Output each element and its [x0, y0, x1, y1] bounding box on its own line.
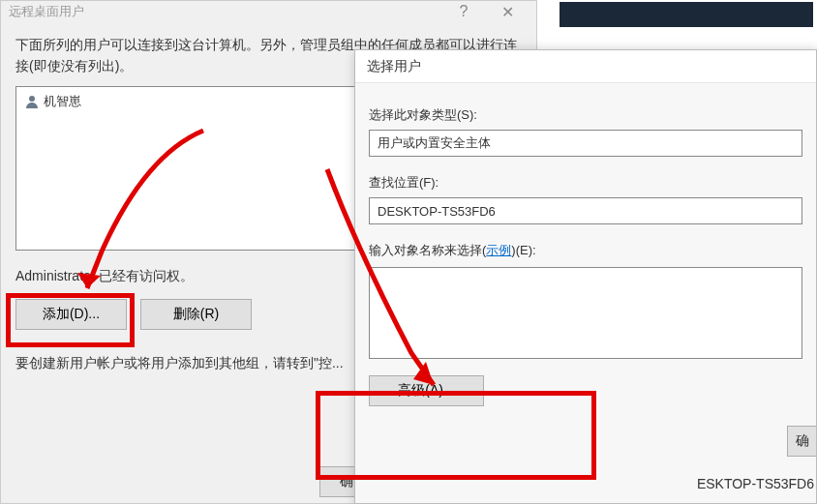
location-field[interactable]: DESKTOP-TS53FD6	[369, 197, 802, 224]
left-titlebar: 远程桌面用户 ? ✕	[1, 1, 536, 22]
object-type-label: 选择此对象类型(S):	[369, 106, 802, 124]
close-icon[interactable]: ✕	[493, 3, 522, 21]
right-titlebar: 选择用户	[355, 50, 816, 83]
user-icon	[24, 94, 40, 109]
help-icon[interactable]: ?	[449, 3, 478, 20]
left-title: 远程桌面用户	[9, 3, 84, 20]
user-name: 机智崽	[44, 93, 81, 110]
location-label: 查找位置(F):	[369, 174, 802, 192]
object-names-label: 输入对象名称来选择(示例)(E):	[369, 242, 802, 259]
annotation-box-advanced	[316, 391, 596, 480]
object-names-input[interactable]	[369, 267, 802, 359]
annotation-box-add	[6, 293, 135, 347]
svg-point-0	[29, 96, 35, 102]
remove-button[interactable]: 删除(R)	[140, 299, 252, 330]
example-link[interactable]: 示例	[486, 243, 511, 257]
ok-button-right[interactable]: 确	[787, 426, 816, 457]
hostname-tail-text: ESKTOP-TS53FD6	[697, 476, 814, 491]
object-type-field[interactable]: 用户或内置安全主体	[369, 130, 802, 157]
right-title: 选择用户	[367, 58, 421, 75]
background-dark-strip	[560, 2, 813, 27]
